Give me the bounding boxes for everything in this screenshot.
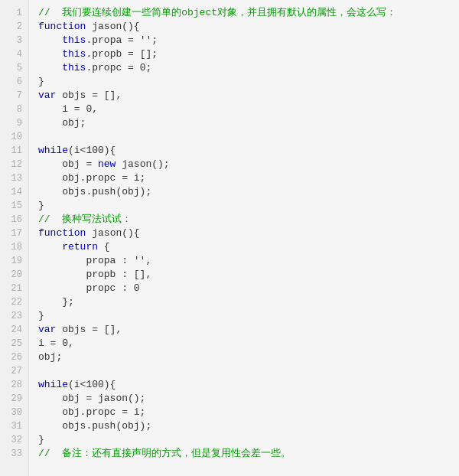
code-line-17: function jason(){ xyxy=(38,227,459,240)
line-num-19: 19 xyxy=(0,254,28,268)
code-line-10 xyxy=(38,130,459,144)
code-text-24: objs = [], xyxy=(56,324,122,335)
code-line-7: var objs = [], xyxy=(38,89,459,103)
code-line-3: this.propa = ''; xyxy=(38,34,459,47)
code-line-9: obj; xyxy=(38,116,459,130)
code-line-8: i = 0, xyxy=(38,103,459,116)
code-line-23: } xyxy=(38,309,459,323)
code-line-21: propc : 0 xyxy=(38,282,459,295)
keyword-while-11: while xyxy=(38,145,68,156)
code-line-28: while(i<100){ xyxy=(38,378,459,392)
code-text-19: propa : '', xyxy=(38,255,151,266)
comment-33: // 备注：还有直接声明的方式，但是复用性会差一些。 xyxy=(38,448,291,459)
code-line-15: } xyxy=(38,199,459,213)
line-num-28: 28 xyxy=(0,378,28,392)
line-num-6: 6 xyxy=(0,75,28,89)
code-line-1: // 我们要连续创建一些简单的object对象，并且拥有默认的属性，会这么写： xyxy=(38,6,459,20)
code-text-22: }; xyxy=(38,296,74,308)
code-line-26: obj; xyxy=(38,350,459,364)
code-line-11: while(i<100){ xyxy=(38,144,459,158)
line-num-2: 2 xyxy=(0,20,28,34)
line-num-26: 26 xyxy=(0,350,28,364)
line-num-29: 29 xyxy=(0,392,28,406)
line-num-24: 24 xyxy=(0,323,28,337)
line-num-10: 10 xyxy=(0,130,28,144)
code-text-21: propc : 0 xyxy=(38,282,140,294)
keyword-this-3: this xyxy=(62,34,86,46)
line-num-20: 20 xyxy=(0,268,28,282)
keyword-function-2: function xyxy=(38,21,86,32)
code-editor: 1 2 3 4 5 6 7 8 9 10 11 12 13 14 15 16 1… xyxy=(0,0,459,476)
line-num-31: 31 xyxy=(0,419,28,433)
code-text-13: obj.propc = i; xyxy=(38,172,145,184)
code-text-28: (i<100){ xyxy=(68,379,116,390)
comment-1: // 我们要连续创建一些简单的object对象，并且拥有默认的属性，会这么写： xyxy=(38,7,396,18)
keyword-this-4: this xyxy=(62,48,86,60)
code-line-13: obj.propc = i; xyxy=(38,171,459,185)
code-line-33: // 备注：还有直接声明的方式，但是复用性会差一些。 xyxy=(38,447,459,461)
code-text-30: obj.propc = i; xyxy=(38,406,145,418)
code-line-24: var objs = [], xyxy=(38,323,459,337)
line-num-11: 11 xyxy=(0,144,28,158)
code-line-29: obj = jason(); xyxy=(38,392,459,406)
code-line-20: propb : [], xyxy=(38,268,459,282)
line-num-5: 5 xyxy=(0,61,28,75)
line-num-18: 18 xyxy=(0,240,28,254)
line-num-33: 33 xyxy=(0,447,28,461)
code-line-22: }; xyxy=(38,295,459,309)
code-line-5: this.propc = 0; xyxy=(38,61,459,75)
code-line-31: objs.push(obj); xyxy=(38,419,459,433)
code-line-19: propa : '', xyxy=(38,254,459,268)
code-line-32: } xyxy=(38,433,459,447)
code-text-26: obj; xyxy=(38,351,62,363)
line-num-13: 13 xyxy=(0,171,28,185)
code-line-12: obj = new jason(); xyxy=(38,158,459,171)
code-line-6: } xyxy=(38,75,459,89)
code-line-14: objs.push(obj); xyxy=(38,185,459,199)
code-text-5: .propc = 0; xyxy=(86,62,151,73)
line-numbers: 1 2 3 4 5 6 7 8 9 10 11 12 13 14 15 16 1… xyxy=(0,0,29,476)
keyword-var-24: var xyxy=(38,324,56,335)
line-num-32: 32 xyxy=(0,433,28,447)
line-num-7: 7 xyxy=(0,89,28,103)
keyword-function-17: function xyxy=(38,227,86,239)
keyword-new-12: new xyxy=(98,158,116,170)
code-text-25: i = 0, xyxy=(38,337,74,349)
code-area[interactable]: // 我们要连续创建一些简单的object对象，并且拥有默认的属性，会这么写： … xyxy=(29,0,459,476)
code-text-3: .propa = ''; xyxy=(86,34,158,46)
line-num-8: 8 xyxy=(0,103,28,116)
code-text-29: obj = jason(); xyxy=(38,393,145,404)
code-text-18: { xyxy=(98,241,110,253)
line-num-22: 22 xyxy=(0,295,28,309)
keyword-return-18: return xyxy=(62,241,98,253)
code-text-9: obj; xyxy=(38,117,86,129)
code-text-14: objs.push(obj); xyxy=(38,186,151,197)
code-text-2: jason(){ xyxy=(86,21,139,32)
code-text-7: objs = [], xyxy=(56,90,122,101)
line-num-3: 3 xyxy=(0,34,28,47)
comment-16: // 换种写法试试： xyxy=(38,214,132,225)
line-num-27: 27 xyxy=(0,364,28,378)
code-line-18: return { xyxy=(38,240,459,254)
code-text-20: propb : [], xyxy=(38,269,151,280)
line-num-30: 30 xyxy=(0,406,28,419)
line-num-9: 9 xyxy=(0,116,28,130)
line-num-21: 21 xyxy=(0,282,28,295)
code-text-12b: jason(); xyxy=(116,158,169,170)
code-text-8: i = 0, xyxy=(38,103,98,115)
line-num-15: 15 xyxy=(0,199,28,213)
code-text-17: jason(){ xyxy=(86,227,139,239)
code-text-31: objs.push(obj); xyxy=(38,420,151,432)
code-line-16: // 换种写法试试： xyxy=(38,213,459,227)
line-num-25: 25 xyxy=(0,337,28,350)
line-num-16: 16 xyxy=(0,213,28,227)
line-num-4: 4 xyxy=(0,47,28,61)
code-line-25: i = 0, xyxy=(38,337,459,350)
keyword-this-5: this xyxy=(62,62,86,73)
line-num-1: 1 xyxy=(0,6,28,20)
code-line-27 xyxy=(38,364,459,378)
line-num-12: 12 xyxy=(0,158,28,171)
code-text-4: .propb = []; xyxy=(86,48,158,60)
code-text-11: (i<100){ xyxy=(68,145,116,156)
keyword-while-28: while xyxy=(38,379,68,390)
